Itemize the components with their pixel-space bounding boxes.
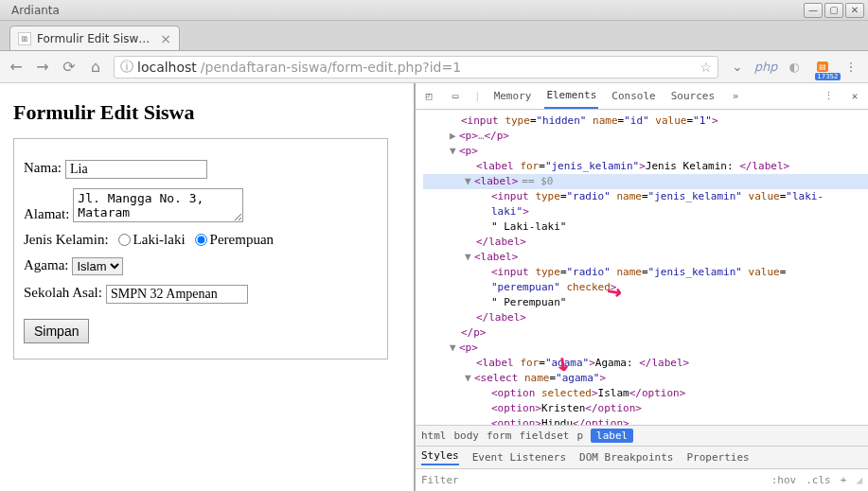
devtools-close-icon[interactable]: ✕ [847, 90, 862, 102]
reload-button[interactable]: ⟳ [61, 58, 78, 76]
submit-button[interactable]: Simpan [24, 319, 89, 343]
edit-form: Nama: Alamat: Jl. Mangga No. 3, Mataram … [13, 138, 400, 359]
expand-icon[interactable]: ▶ [450, 129, 459, 144]
devtools-breadcrumb: html body form fieldset p label [416, 425, 868, 446]
alamat-textarea[interactable]: Jl. Mangga No. 3, Mataram [73, 188, 243, 222]
info-icon: ⓘ [120, 59, 133, 76]
agama-label: Agama: [24, 257, 68, 273]
url-host: localhost [137, 60, 197, 75]
window-user: Ardianta [11, 4, 60, 17]
devtools-menu-icon[interactable]: ⋮ [821, 90, 836, 102]
collapse-icon[interactable]: ▼ [465, 250, 474, 265]
collapse-icon[interactable]: ▼ [450, 341, 459, 356]
sekolah-label: Sekolah Asal: [24, 285, 102, 301]
rendered-page: Formulir Edit Siswa Nama: Alamat: Jl. Ma… [0, 83, 415, 491]
sekolah-input[interactable] [106, 285, 248, 304]
browser-tab[interactable]: 🗎 Formulir Edit Siswa | SM × [9, 26, 180, 50]
crumb-label[interactable]: label [591, 429, 633, 443]
crumb-p[interactable]: p [576, 430, 583, 442]
chrome-menu-icon[interactable]: ⋮ [841, 58, 860, 77]
page-favicon-icon: 🗎 [18, 32, 31, 45]
styles-corner-icon: ◢ [856, 474, 862, 486]
devtools-panel: ◰ ▭ | Memory Elements Console Sources » … [415, 83, 868, 491]
home-button[interactable]: ⌂ [87, 58, 104, 76]
browser-toolbar: ← → ⟳ ⌂ ⓘ localhost/pendaftaran-siswa/fo… [0, 51, 868, 83]
tab-elements[interactable]: Elements [544, 83, 598, 109]
minimize-button[interactable]: — [804, 3, 823, 18]
devtools-styles-tabs: Styles Event Listeners DOM Breakpoints P… [416, 446, 868, 468]
styles-tab[interactable]: Styles [421, 449, 459, 465]
maximize-button[interactable]: ▢ [824, 3, 843, 18]
nama-input[interactable] [65, 160, 207, 179]
inspect-element-icon[interactable]: ◰ [421, 90, 436, 102]
jk-radio-perempuan[interactable] [195, 234, 207, 246]
tab-memory[interactable]: Memory [492, 84, 534, 108]
crumb-form[interactable]: form [487, 430, 512, 442]
rss-icon[interactable]: ▤ [813, 58, 832, 77]
alamat-label: Alamat: [24, 206, 69, 222]
devtools-toolbar: ◰ ▭ | Memory Elements Console Sources » … [416, 83, 868, 110]
back-button[interactable]: ← [8, 58, 25, 76]
tab-sources[interactable]: Sources [669, 84, 717, 108]
filter-label[interactable]: Filter [421, 474, 459, 486]
collapse-icon[interactable]: ▼ [450, 144, 459, 159]
device-mode-icon[interactable]: ▭ [448, 90, 463, 102]
pocket-icon[interactable]: ⌄ [728, 58, 747, 77]
crumb-body[interactable]: body [454, 430, 480, 442]
agama-select[interactable]: Islam [72, 257, 123, 275]
url-path: /pendaftaran-siswa/form-edit.php?id=1 [201, 60, 461, 75]
event-listeners-tab[interactable]: Event Listeners [472, 451, 566, 464]
elements-tree[interactable]: <input type="hidden" name="id" value="1"… [416, 110, 868, 425]
crumb-html[interactable]: html [421, 430, 447, 442]
tab-title: Formulir Edit Siswa | SM [37, 32, 154, 45]
add-rule-icon[interactable]: + [841, 474, 847, 486]
jk-radio-laki[interactable] [118, 234, 131, 246]
window-titlebar: Ardianta — ▢ ✕ [0, 0, 868, 21]
page-heading: Formulir Edit Siswa [13, 100, 400, 125]
address-bar[interactable]: ⓘ localhost/pendaftaran-siswa/form-edit.… [114, 56, 718, 79]
form-fieldset: Nama: Alamat: Jl. Mangga No. 3, Mataram … [13, 138, 388, 359]
selected-dom-node[interactable]: ▼<label>== $0 [423, 174, 868, 189]
collapse-icon[interactable]: ▼ [465, 371, 474, 386]
nama-label: Nama: [24, 160, 62, 176]
devtools-styles-filter: Filter :hov .cls + ◢ [416, 468, 868, 491]
more-tabs-icon[interactable]: » [728, 90, 743, 102]
dom-breakpoints-tab[interactable]: DOM Breakpoints [579, 451, 673, 464]
php-ext-icon[interactable]: php [756, 58, 775, 77]
forward-button[interactable]: → [34, 58, 51, 76]
close-tab-icon[interactable]: × [160, 31, 171, 46]
crumb-fieldset[interactable]: fieldset [520, 430, 570, 442]
bookmark-icon[interactable]: ☆ [700, 60, 712, 75]
jk-option-perempuan[interactable]: Perempuan [195, 232, 274, 248]
jk-label: Jenis Kelamin: [24, 232, 109, 248]
jk-option-laki[interactable]: Laki-laki [118, 232, 186, 248]
tab-console[interactable]: Console [610, 84, 657, 108]
close-window-button[interactable]: ✕ [845, 3, 864, 18]
properties-tab[interactable]: Properties [686, 451, 749, 464]
adblock-icon[interactable]: ◐ [785, 58, 804, 77]
cls-toggle[interactable]: .cls [806, 474, 831, 486]
browser-tabstrip: 🗎 Formulir Edit Siswa | SM × [0, 21, 868, 51]
hov-toggle[interactable]: :hov [771, 474, 797, 486]
